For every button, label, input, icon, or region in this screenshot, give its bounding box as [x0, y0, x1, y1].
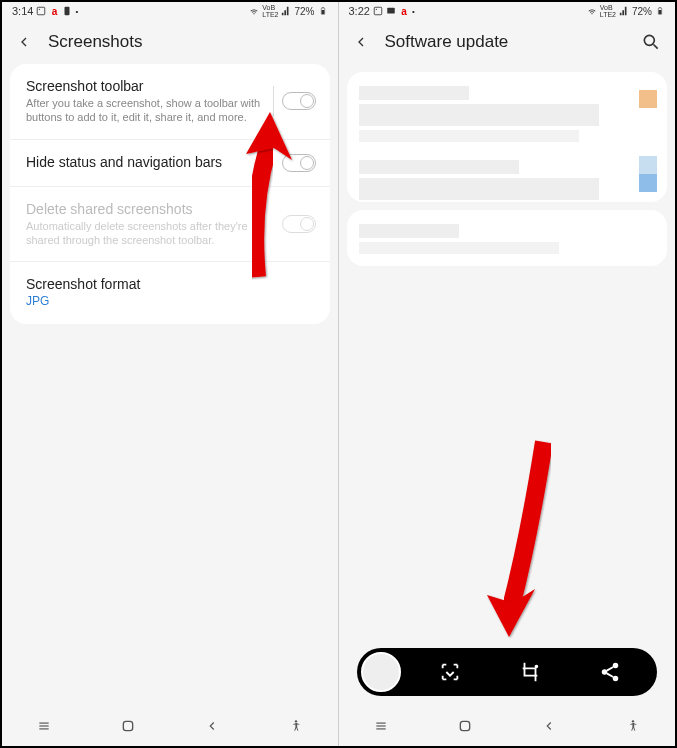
item-title: Screenshot format — [26, 276, 314, 292]
battery-icon — [655, 6, 665, 16]
svg-point-10 — [294, 720, 296, 722]
nav-bar — [2, 706, 338, 746]
nav-bar — [339, 706, 676, 746]
svg-rect-16 — [659, 10, 662, 14]
svg-point-1 — [39, 9, 40, 10]
svg-point-18 — [644, 35, 654, 45]
settings-card: Screenshot toolbar After you take a scre… — [10, 64, 330, 324]
nav-back[interactable] — [202, 716, 222, 736]
svg-rect-9 — [123, 721, 132, 730]
scroll-capture-icon[interactable] — [419, 661, 481, 683]
chat-icon — [386, 6, 396, 16]
toggle-delete-shared — [282, 215, 316, 233]
image-icon — [36, 6, 46, 16]
svg-point-13 — [376, 9, 377, 10]
svg-line-25 — [607, 673, 613, 677]
phone-software-update: 3:22 a • VoBLTE2 72% Software update — [339, 2, 676, 746]
dot-icon: • — [412, 7, 415, 16]
divider — [273, 86, 274, 116]
page-title: Screenshots — [48, 32, 324, 52]
wifi-icon — [249, 6, 259, 16]
svg-point-22 — [602, 669, 608, 675]
page-title: Software update — [385, 32, 626, 52]
svg-rect-17 — [659, 7, 660, 8]
nav-accessibility[interactable] — [623, 716, 643, 736]
crop-edit-icon[interactable] — [499, 661, 561, 683]
status-bar: 3:14 a • VoBLTE2 72% — [2, 2, 338, 20]
item-title: Delete shared screenshots — [26, 201, 314, 217]
screenshot-toolbar — [357, 648, 657, 696]
nav-recents[interactable] — [371, 716, 391, 736]
swatch-blue — [639, 174, 657, 192]
nav-accessibility[interactable] — [286, 716, 306, 736]
airtel-icon: a — [399, 6, 409, 16]
screenshot-thumbnail[interactable] — [361, 652, 401, 692]
signal-icon — [281, 6, 291, 16]
svg-line-24 — [607, 667, 613, 671]
battery-percent: 72% — [632, 6, 652, 17]
status-bar: 3:22 a • VoBLTE2 72% — [339, 2, 676, 20]
toggle-screenshot-toolbar[interactable] — [282, 92, 316, 110]
wifi-icon — [587, 6, 597, 16]
header: Screenshots — [2, 20, 338, 64]
item-title: Hide status and navigation bars — [26, 154, 314, 170]
battery-icon — [318, 6, 328, 16]
svg-line-19 — [654, 45, 658, 49]
item-screenshot-format[interactable]: Screenshot format JPG — [10, 261, 330, 324]
share-icon[interactable] — [579, 661, 653, 683]
item-title: Screenshot toolbar — [26, 78, 314, 94]
status-time: 3:22 — [349, 5, 370, 17]
phone-screenshots-settings: 3:14 a • VoBLTE2 72% Screenshots Scr — [2, 2, 339, 746]
item-subtitle: Automatically delete screenshots after t… — [26, 219, 314, 248]
update-card-2[interactable] — [347, 210, 668, 266]
item-hide-bars[interactable]: Hide status and navigation bars — [10, 139, 330, 186]
search-button[interactable] — [641, 32, 661, 52]
lte-icon: VoBLTE2 — [262, 4, 278, 18]
header: Software update — [339, 20, 676, 64]
swatch-blue-light — [639, 156, 657, 174]
svg-marker-31 — [487, 589, 535, 637]
svg-rect-5 — [322, 7, 323, 8]
battery-percent: 72% — [294, 6, 314, 17]
swatch-orange — [639, 90, 657, 108]
nav-recents[interactable] — [34, 716, 54, 736]
lte-icon: VoBLTE2 — [600, 4, 616, 18]
svg-rect-14 — [387, 8, 395, 14]
item-screenshot-toolbar[interactable]: Screenshot toolbar After you take a scre… — [10, 64, 330, 139]
airtel-icon: a — [49, 6, 59, 16]
svg-point-30 — [632, 720, 634, 722]
nav-home[interactable] — [455, 716, 475, 736]
signal-icon — [619, 6, 629, 16]
annotation-arrow — [469, 437, 569, 657]
nav-home[interactable] — [118, 716, 138, 736]
svg-point-21 — [613, 663, 619, 669]
toggle-hide-bars[interactable] — [282, 154, 316, 172]
svg-rect-29 — [460, 721, 469, 730]
update-card-1[interactable] — [347, 72, 668, 202]
svg-point-23 — [613, 676, 619, 682]
item-subtitle: After you take a screenshot, show a tool… — [26, 96, 314, 125]
status-time: 3:14 — [12, 5, 33, 17]
svg-rect-0 — [38, 7, 46, 15]
format-value: JPG — [26, 294, 314, 310]
back-button[interactable] — [16, 34, 32, 50]
svg-rect-12 — [374, 7, 382, 15]
sim-icon — [62, 6, 72, 16]
item-delete-shared: Delete shared screenshots Automatically … — [10, 186, 330, 262]
dot-icon: • — [75, 7, 78, 16]
image-icon — [373, 6, 383, 16]
svg-rect-4 — [321, 10, 324, 14]
svg-rect-2 — [65, 7, 70, 15]
nav-back[interactable] — [539, 716, 559, 736]
svg-point-20 — [535, 666, 537, 668]
back-button[interactable] — [353, 34, 369, 50]
